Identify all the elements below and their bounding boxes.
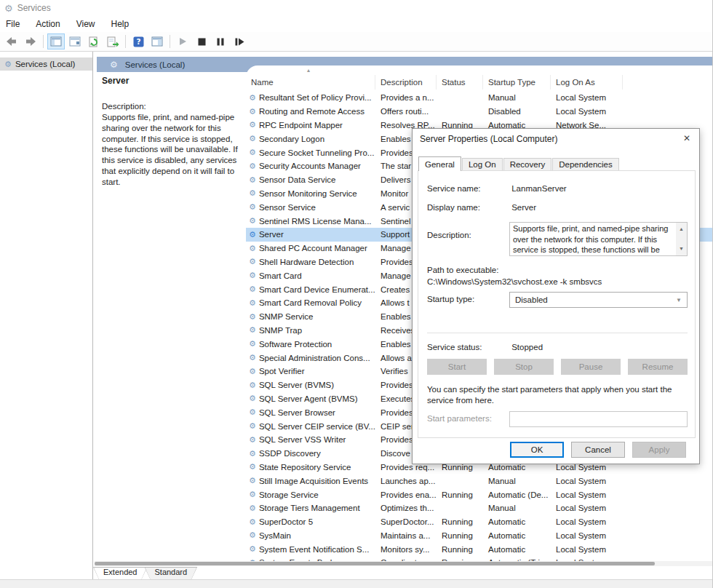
service-row[interactable]: ⚙SysMainMaintains a...RunningAutomaticLo… (246, 529, 713, 543)
textarea-scrollbar[interactable]: ▲ ▼ (676, 223, 687, 255)
stop-service-button[interactable]: Stop (494, 359, 554, 375)
view-tab-standard[interactable]: Standard (144, 567, 197, 579)
service-name: Sensor Data Service (259, 175, 335, 184)
service-row[interactable]: ⚙SuperDoctor 5SuperDoctor...RunningAutom… (246, 515, 713, 529)
resume-service-button[interactable]: Resume (628, 359, 688, 375)
service-name: Storage Service (259, 490, 319, 499)
menu-help[interactable]: Help (111, 19, 130, 29)
dialog-tab-dependencies[interactable]: Dependencies (552, 158, 619, 171)
column-header-log-on-as[interactable]: Log On As (551, 75, 623, 90)
restart-service-button[interactable] (231, 33, 248, 49)
ok-button[interactable]: OK (510, 442, 564, 458)
show-console-tree-button[interactable] (47, 33, 65, 49)
service-gear-icon: ⚙ (249, 285, 256, 294)
server-properties-dialog: Server Properties (Local Computer) ✕ Gen… (412, 128, 700, 464)
stop-service-button[interactable] (193, 33, 210, 49)
service-row[interactable]: ⚙Storage Tiers ManagementOptimizes th...… (246, 501, 713, 515)
service-name: Software Protection (259, 340, 332, 349)
dialog-tab-log-on[interactable]: Log On (462, 158, 503, 171)
service-gear-icon: ⚙ (249, 408, 256, 417)
service-gear-icon: ⚙ (249, 188, 256, 198)
description-label: Description: (102, 102, 247, 111)
service-gear-icon: ⚙ (249, 230, 256, 239)
service-row[interactable]: ⚙Storage ServiceProvides ena...RunningAu… (246, 488, 713, 501)
service-description: Optimizes th... (375, 504, 437, 512)
service-row[interactable]: ⚙Resultant Set of Policy Provi...Provide… (246, 91, 713, 105)
status-strip (0, 579, 713, 588)
show-action-pane-button[interactable] (148, 33, 166, 49)
service-gear-icon: ⚙ (249, 257, 256, 266)
help-button[interactable]: ? (130, 33, 147, 49)
service-name: SQL Server VSS Writer (259, 435, 346, 444)
menu-file[interactable]: File (6, 19, 20, 29)
service-name: Smart Card Device Enumerat... (259, 285, 375, 294)
display-name-row: Display name: Server (427, 203, 536, 212)
dialog-titlebar: Server Properties (Local Computer) (413, 129, 699, 149)
dialog-tab-general[interactable]: General (418, 156, 461, 171)
pause-service-button[interactable] (212, 33, 229, 49)
pause-service-button[interactable]: Pause (561, 359, 621, 375)
service-gear-icon: ⚙ (249, 381, 256, 390)
service-description: Launches ap... (375, 477, 437, 485)
service-row[interactable]: ⚙System Events BrokerCoordinates...Runni… (246, 556, 713, 561)
forward-button[interactable] (22, 33, 39, 49)
scroll-up-icon[interactable]: ▲ (679, 224, 684, 235)
service-gear-icon: ⚙ (249, 216, 256, 226)
path-label: Path to executable: (427, 266, 498, 274)
service-name: SQL Server (BVMS) (259, 381, 334, 389)
start-params-input[interactable] (509, 411, 688, 427)
service-row[interactable]: ⚙Routing and Remote AccessOffers routi..… (246, 105, 713, 119)
service-gear-icon: ⚙ (249, 312, 256, 322)
path-value-row: C:\Windows\System32\svchost.exe -k smbsv… (427, 277, 602, 286)
path-value: C:\Windows\System32\svchost.exe -k smbsv… (427, 277, 602, 286)
dialog-tab-recovery[interactable]: Recovery (503, 158, 552, 171)
service-description: Provides ena... (375, 490, 437, 499)
view-tab-extended[interactable]: Extended (93, 567, 147, 579)
window-title: Services (17, 3, 51, 13)
service-name: System Event Notification S... (259, 545, 369, 554)
service-name: Special Administration Cons... (259, 354, 370, 362)
service-logon-as: Local System (551, 477, 623, 485)
service-gear-icon: ⚙ (249, 271, 256, 280)
description-textarea-text: Supports file, print, and named-pipe sha… (513, 224, 672, 256)
menu-action[interactable]: Action (36, 19, 60, 29)
column-header-name[interactable]: Name (246, 75, 375, 90)
back-button[interactable] (3, 33, 20, 49)
service-gear-icon: ⚙ (249, 490, 256, 499)
startup-type-select[interactable]: Disabled ▼ (509, 292, 688, 308)
service-name: Smart Card Removal Policy (259, 298, 362, 307)
menubar: FileActionViewHelp (0, 16, 713, 32)
horizontal-scrollbar[interactable] (95, 561, 713, 566)
column-header-description[interactable]: Description (375, 75, 437, 90)
general-tab-page: Service name: LanmanServer Display name:… (418, 170, 696, 438)
export-list-button[interactable] (104, 33, 122, 49)
scroll-down-icon[interactable]: ▼ (679, 244, 684, 255)
cancel-button[interactable]: Cancel (571, 442, 625, 458)
column-header-startup-type[interactable]: Startup Type (483, 75, 551, 90)
service-row[interactable]: ⚙Still Image Acquisition EventsLaunches … (246, 474, 713, 488)
properties-button[interactable] (66, 33, 84, 49)
description-textarea[interactable]: Supports file, print, and named-pipe sha… (509, 222, 688, 256)
service-row[interactable]: ⚙System Event Notification S...Monitors … (246, 542, 713, 556)
service-logon-as: Local System (551, 517, 623, 526)
horizontal-scrollbar-thumb[interactable] (95, 562, 655, 565)
service-description: Provides a n... (375, 93, 437, 102)
start-service-button[interactable]: Start (427, 359, 487, 375)
service-status: Running (437, 490, 483, 499)
service-startup-type: Manual (483, 504, 551, 512)
dialog-title: Server Properties (Local Computer) (420, 134, 557, 144)
window-titlebar: ⚙ Services (0, 0, 713, 16)
close-icon[interactable]: ✕ (674, 129, 699, 148)
service-gear-icon: ⚙ (249, 134, 256, 143)
service-name: Sensor Monitoring Service (259, 189, 357, 198)
column-header-status[interactable]: Status (437, 75, 483, 90)
start-service-button[interactable] (174, 33, 191, 49)
menu-view[interactable]: View (76, 19, 95, 29)
tree-item-label: Services (Local) (15, 60, 75, 68)
taskpad-header-title: Services (Local) (125, 60, 185, 69)
apply-button[interactable]: Apply (632, 442, 686, 458)
service-gear-icon: ⚙ (249, 531, 256, 540)
refresh-button[interactable] (85, 33, 103, 49)
service-name: SQL Server Agent (BVMS) (259, 394, 358, 403)
tree-item-services-local[interactable]: ⚙ Services (Local) (0, 57, 92, 71)
